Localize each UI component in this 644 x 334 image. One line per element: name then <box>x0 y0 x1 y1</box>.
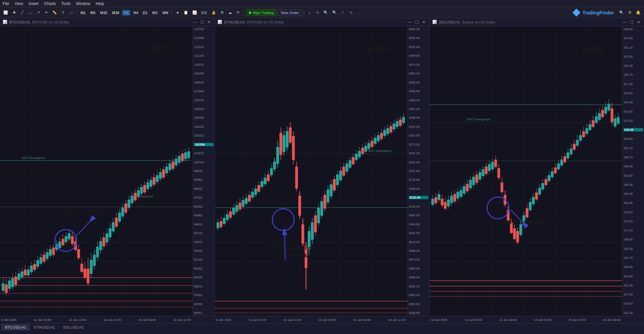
eth-symbol-info: 📊 ETHUSD,H1 ETHUSD vs US Dollar <box>217 20 284 24</box>
svg-rect-132 <box>169 164 171 170</box>
eth-minimize[interactable]: — <box>407 19 413 25</box>
eth-header-controls: — ☐ ✕ <box>407 19 427 25</box>
brand-name: TradingFinder <box>583 10 614 15</box>
svg-rect-368 <box>516 231 519 242</box>
tf-m15[interactable]: M15 <box>99 10 109 15</box>
wave-btn[interactable]: ∿ <box>314 9 321 16</box>
menu-tools[interactable]: Tools <box>61 1 71 6</box>
search-btn[interactable]: 🔍 <box>618 9 625 16</box>
sol-svg-canvas: SMT Divergence <box>430 26 622 316</box>
template-btn[interactable]: 📋 <box>182 9 190 16</box>
svg-rect-100 <box>118 213 121 221</box>
pencil-tool[interactable]: ✏ <box>43 9 50 16</box>
tab-eth[interactable]: ETHUSD,H1 <box>30 324 58 330</box>
tf-m5[interactable]: M5 <box>89 10 97 15</box>
svg-rect-193 <box>254 189 257 195</box>
btc-icon: 📊 <box>3 20 7 24</box>
svg-rect-235 <box>320 201 323 215</box>
hline-tool[interactable]: ― <box>27 9 34 16</box>
svg-rect-78 <box>84 269 86 278</box>
svg-rect-318 <box>438 194 440 200</box>
svg-rect-285 <box>399 120 401 126</box>
svg-rect-197 <box>261 181 263 187</box>
menu-bar: File View Insert Charts Tools Window Hel… <box>0 0 644 7</box>
svg-rect-267 <box>371 141 373 147</box>
brand-logo: TradingFinder <box>573 9 614 17</box>
btc-close[interactable]: ✕ <box>206 19 212 25</box>
tf-mn[interactable]: MN <box>161 10 170 15</box>
svg-rect-330 <box>457 192 459 198</box>
refresh-btn[interactable]: ⟳ <box>235 9 242 16</box>
svg-rect-338 <box>469 180 472 188</box>
cursor-tool[interactable]: ⬜ <box>2 9 9 16</box>
fib-tool[interactable]: 📏 <box>51 9 58 16</box>
svg-rect-414 <box>589 124 591 130</box>
chart-type-btn[interactable]: ▼ <box>174 9 181 16</box>
arrow-tool[interactable]: ↗ <box>35 9 42 16</box>
btc-minimize[interactable]: — <box>192 19 198 25</box>
tab-btc[interactable]: BTCUSD,H1 <box>1 324 30 330</box>
tf-m30[interactable]: M30 <box>110 10 121 15</box>
svg-text:SMT Divergence: SMT Divergence <box>130 195 153 198</box>
new-order-btn[interactable]: New Order <box>278 9 302 16</box>
svg-rect-207 <box>277 147 279 164</box>
zoom-in-btn[interactable]: 🔍 <box>322 9 330 16</box>
svg-rect-122 <box>153 177 155 184</box>
svg-rect-189 <box>248 195 251 202</box>
svg-rect-378 <box>532 197 535 204</box>
eth-close[interactable]: ✕ <box>421 19 427 25</box>
menu-insert[interactable]: Insert <box>29 1 39 6</box>
svg-rect-354 <box>494 160 497 167</box>
menu-window[interactable]: Window <box>76 1 91 6</box>
svg-rect-124 <box>156 175 158 182</box>
tf-h1[interactable]: H1 <box>122 10 130 15</box>
menu-help[interactable]: Help <box>96 1 104 6</box>
svg-rect-144 <box>188 152 190 158</box>
settings-btn[interactable]: ⚙ <box>219 9 226 16</box>
menu-file[interactable]: File <box>3 1 9 6</box>
grid-btn[interactable]: ⊦ <box>340 9 346 16</box>
eth-maximize[interactable]: ☐ <box>414 19 420 25</box>
sol-maximize[interactable]: ☐ <box>629 19 635 25</box>
zoom-out-btn[interactable]: 🔍 <box>331 9 338 16</box>
menu-charts[interactable]: Charts <box>44 1 56 6</box>
sol-minimize[interactable]: — <box>622 19 628 25</box>
svg-rect-406 <box>576 140 579 146</box>
cloud-btn[interactable]: ☁ <box>227 9 234 16</box>
btc-maximize[interactable]: ☐ <box>199 19 205 25</box>
algo-trading-btn[interactable]: ▶ Algo Trading <box>246 9 277 16</box>
menu-view[interactable]: View <box>14 1 23 6</box>
vol-btn[interactable]: ↕ <box>306 9 313 16</box>
svg-rect-96 <box>112 223 114 231</box>
sol-chart-body[interactable]: SMT Divergence 248.00 244.55 241.10 237.… <box>430 26 644 316</box>
tab-sol[interactable]: SOLUSD,H1 <box>59 324 88 330</box>
text-tool[interactable]: T <box>60 9 66 16</box>
svg-rect-126 <box>159 172 161 179</box>
crosshair-tool[interactable]: ✚ <box>11 9 17 16</box>
chart-header-sol: 📊 SOLUSD,H1 Solana vs US Dollar — ☐ ✕ <box>430 18 644 26</box>
line-tool[interactable]: ╱ <box>19 9 26 16</box>
tf-d1[interactable]: D1 <box>141 10 149 15</box>
eth-chart-body[interactable]: SMT Divergence 3566.40 3543.60 3520.80 3… <box>215 26 429 316</box>
svg-rect-326 <box>450 196 453 203</box>
indicator-btn[interactable]: 📈 <box>191 9 198 16</box>
osc-btn[interactable]: ∿ <box>348 9 354 16</box>
svg-rect-275 <box>384 130 386 135</box>
tf-h4[interactable]: H4 <box>132 10 140 15</box>
svg-rect-370 <box>519 225 522 235</box>
svg-rect-231 <box>314 216 316 232</box>
global-settings-btn[interactable]: ⚙ <box>627 9 633 16</box>
ide-btn[interactable]: IDE <box>200 9 208 16</box>
svg-rect-80 <box>87 269 89 283</box>
tf-m1[interactable]: M1 <box>79 10 87 15</box>
sol-close[interactable]: ✕ <box>636 19 641 25</box>
eth-desc: ETHUSD vs US Dollar <box>247 20 284 24</box>
lock-btn[interactable]: 🔒 <box>210 9 217 16</box>
tf-w1[interactable]: W1 <box>151 10 160 15</box>
more-btn[interactable]: … <box>356 9 362 16</box>
btc-chart-body[interactable]: SMT Divergence SMT Divergence 113752 112… <box>0 26 214 316</box>
notif-btn[interactable]: 🔔 <box>635 9 642 16</box>
logo-icon <box>573 9 581 17</box>
chart-panel-eth: 📊 ETHUSD,H1 ETHUSD vs US Dollar — ☐ ✕ <box>215 18 430 323</box>
shapes-tool[interactable]: □ <box>68 9 75 16</box>
